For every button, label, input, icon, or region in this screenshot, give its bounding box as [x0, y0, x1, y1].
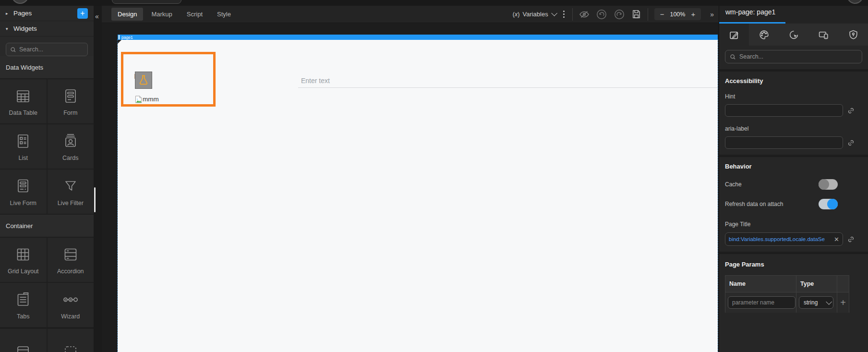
column-header-name: Name	[725, 276, 796, 292]
canvas-toolbar: Design Markup Script Style (x) Variables	[102, 6, 719, 23]
container-widgets-grid-partial	[0, 328, 94, 352]
chevron-down-icon: ▾	[6, 26, 13, 31]
widget-tile-accordion[interactable]: Accordion	[48, 238, 94, 282]
save-button[interactable]	[631, 9, 641, 19]
widget-tile-live-filter[interactable]: Live Filter	[48, 170, 94, 214]
properties-search-input[interactable]	[739, 53, 850, 60]
widget-tile-wizard[interactable]: Wizard	[48, 283, 94, 327]
redo-button[interactable]	[614, 9, 625, 20]
project-name-box[interactable]	[112, 0, 181, 4]
active-panel-indicator	[719, 22, 785, 24]
zoom-out-button[interactable]: −	[660, 11, 664, 18]
widget-tile-form[interactable]: Form	[48, 79, 94, 123]
label-widget[interactable]: Label	[135, 72, 164, 90]
properties-search[interactable]	[725, 50, 862, 63]
tab-script[interactable]: Script	[181, 8, 209, 21]
widget-search-input[interactable]	[19, 46, 77, 53]
sidebar-item-pages[interactable]: ▸ Pages +	[0, 6, 94, 21]
panel-icon	[13, 341, 33, 352]
tab-markup[interactable]: Markup	[145, 8, 178, 21]
shield-security-icon	[848, 29, 859, 40]
picture-widget[interactable]: mmm	[135, 96, 159, 103]
data-table-icon	[13, 86, 33, 106]
more-options-button[interactable]	[562, 11, 566, 18]
tile-label: Live Filter	[58, 200, 84, 206]
page-selection-bar[interactable]: page1	[118, 35, 718, 40]
widget-tile-cards[interactable]: Cards	[48, 124, 94, 169]
sidebar-item-widgets[interactable]: ▾ Widgets	[0, 21, 94, 36]
cursor-events-icon	[788, 29, 799, 40]
collapse-panel-icon[interactable]: »	[710, 11, 714, 18]
cache-toggle[interactable]	[819, 179, 838, 190]
variables-button[interactable]: (x) Variables	[513, 11, 555, 18]
picture-alt-text: mmm	[143, 96, 159, 103]
chevron-down-icon	[826, 299, 832, 305]
devices-icon	[818, 29, 829, 40]
collapse-sidebar-icon[interactable]: «	[95, 12, 99, 20]
widget-tile-list[interactable]: List	[0, 124, 47, 169]
accordion-icon	[61, 245, 80, 264]
aria-label-input[interactable]	[725, 136, 843, 149]
list-icon	[13, 132, 33, 151]
add-param-button[interactable]: +	[840, 298, 846, 307]
tab-events[interactable]	[779, 24, 808, 46]
tab-design[interactable]: Design	[111, 8, 143, 21]
user-avatar[interactable]	[847, 0, 863, 4]
widget-sidebar: ▸ Pages + ▾ Widgets Data Widgets Data Ta…	[0, 6, 94, 352]
undo-button[interactable]	[596, 9, 607, 20]
bind-link-icon[interactable]	[847, 107, 855, 114]
tab-properties[interactable]	[719, 24, 749, 46]
view-tabs: Design Markup Script Style	[111, 8, 237, 21]
chevron-down-icon	[551, 10, 557, 16]
bind-link-icon[interactable]	[847, 236, 855, 243]
experiment-flask-icon	[135, 72, 152, 89]
widget-tile-partial-container[interactable]	[48, 329, 94, 352]
edit-icon	[729, 29, 740, 40]
sidebar-scrollbar-thumb[interactable]	[94, 187, 96, 212]
avatar[interactable]	[12, 0, 29, 4]
pages-label: Pages	[13, 10, 32, 17]
add-page-button[interactable]: +	[77, 8, 88, 19]
page-surface[interactable]: Label mmm	[118, 40, 718, 352]
tab-styles[interactable]	[749, 24, 779, 46]
variables-icon: (x)	[513, 11, 520, 18]
widget-tile-partial-panel[interactable]	[0, 329, 47, 352]
widget-tile-tabs[interactable]: Tabs	[0, 283, 47, 327]
tab-style[interactable]: Style	[211, 8, 237, 21]
aria-label-label: aria-label	[725, 125, 862, 132]
properties-panel: wm-page: page1	[719, 0, 868, 352]
widget-tile-data-table[interactable]: Data Table	[0, 79, 47, 123]
page-title-bind-chip[interactable]: bind:Variables.supportedLocale.dataSe ✕	[725, 232, 843, 246]
tile-label: List	[19, 155, 28, 161]
data-widgets-grid: Data Table Form List Cards Live Form Liv…	[0, 78, 94, 215]
tab-devices[interactable]	[808, 24, 838, 46]
app-root: ▸ Pages + ▾ Widgets Data Widgets Data Ta…	[0, 0, 868, 352]
param-name-input[interactable]	[728, 296, 796, 309]
live-form-icon	[13, 177, 33, 196]
clear-binding-icon[interactable]: ✕	[834, 236, 839, 243]
search-icon	[730, 54, 736, 60]
tile-label: Data Table	[9, 109, 37, 116]
zoom-in-button[interactable]: +	[691, 11, 695, 18]
section-divider	[719, 155, 868, 157]
tab-security[interactable]	[838, 24, 868, 46]
param-type-select[interactable]: string	[799, 296, 833, 309]
section-header-data-widgets: Data Widgets	[0, 56, 94, 78]
tile-label: Cards	[62, 155, 78, 161]
preview-eye-off-button[interactable]	[579, 9, 590, 20]
toolbar-divider	[572, 8, 573, 21]
widget-tile-live-form[interactable]: Live Form	[0, 170, 47, 214]
page-title-label: Page Title	[725, 221, 862, 228]
text-widget-input[interactable]	[298, 73, 718, 88]
search-icon	[10, 47, 16, 53]
page-tab-label: page1	[121, 35, 133, 40]
widget-tile-grid-layout[interactable]: Grid Layout	[0, 238, 47, 282]
refresh-data-toggle[interactable]	[819, 199, 838, 209]
hint-input[interactable]	[725, 104, 843, 117]
section-divider	[719, 252, 868, 254]
selected-widget-container[interactable]: Label mmm	[121, 52, 216, 107]
bind-link-icon[interactable]	[847, 139, 855, 146]
widget-search[interactable]	[6, 43, 88, 56]
variables-label: Variables	[522, 11, 548, 18]
tile-label: Accordion	[57, 268, 84, 275]
